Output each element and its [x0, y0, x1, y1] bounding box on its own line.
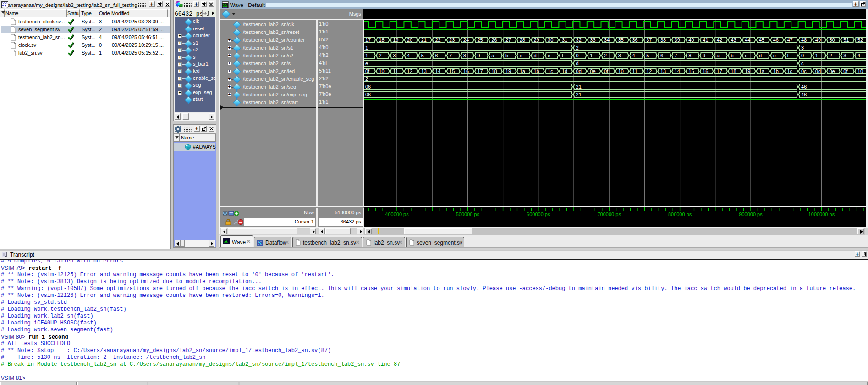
svg-text:46: 46 — [801, 92, 807, 97]
svg-text:1: 1 — [590, 53, 593, 58]
svg-text:37: 37 — [646, 37, 652, 43]
svg-text:10: 10 — [857, 68, 863, 74]
svg-text:18: 18 — [491, 68, 497, 74]
svg-text:d: d — [533, 53, 536, 58]
svg-text:14: 14 — [435, 68, 440, 74]
svg-text:46: 46 — [773, 37, 779, 43]
svg-text:1: 1 — [815, 53, 818, 58]
svg-text:25: 25 — [478, 37, 483, 43]
svg-text:51: 51 — [843, 37, 849, 43]
svg-text:9: 9 — [478, 53, 480, 58]
svg-text:22: 22 — [435, 37, 440, 43]
svg-text:0c: 0c — [801, 68, 807, 74]
svg-text:16: 16 — [703, 68, 708, 74]
svg-text:7: 7 — [449, 53, 452, 58]
svg-text:17: 17 — [717, 68, 722, 74]
svg-text:3: 3 — [393, 53, 396, 58]
svg-text:0f: 0f — [365, 68, 370, 74]
svg-text:21: 21 — [576, 84, 582, 89]
svg-text:900000 ps: 900000 ps — [739, 212, 763, 217]
svg-text:12: 12 — [646, 68, 652, 74]
svg-text:7: 7 — [675, 53, 677, 58]
svg-text:06: 06 — [365, 84, 371, 89]
svg-text:20: 20 — [407, 37, 412, 43]
svg-text:34: 34 — [604, 37, 610, 43]
svg-text:4: 4 — [632, 53, 635, 58]
svg-text:0e: 0e — [830, 68, 835, 74]
svg-text:b: b — [505, 53, 508, 58]
svg-text:d: d — [576, 61, 579, 66]
svg-text:17: 17 — [478, 68, 483, 74]
svg-text:15: 15 — [449, 68, 455, 74]
svg-text:17: 17 — [365, 37, 371, 43]
svg-text:14: 14 — [675, 68, 680, 74]
svg-text:1000000 ps: 1000000 ps — [808, 212, 835, 217]
svg-text:30: 30 — [548, 37, 553, 43]
svg-text:28: 28 — [520, 37, 525, 43]
svg-text:b: b — [731, 53, 734, 58]
svg-text:47: 47 — [787, 37, 792, 43]
svg-text:19: 19 — [393, 37, 398, 43]
svg-text:10: 10 — [379, 68, 385, 74]
svg-text:32: 32 — [576, 37, 582, 43]
svg-text:e: e — [365, 61, 368, 66]
svg-text:4: 4 — [857, 53, 860, 58]
svg-text:36: 36 — [632, 37, 638, 43]
svg-text:11: 11 — [393, 68, 398, 74]
svg-text:1a: 1a — [520, 68, 526, 74]
svg-text:0: 0 — [801, 53, 804, 58]
svg-text:a: a — [491, 53, 494, 58]
svg-text:2: 2 — [604, 53, 607, 58]
svg-text:06: 06 — [365, 92, 371, 97]
svg-text:0e: 0e — [590, 68, 595, 74]
svg-text:39: 39 — [675, 37, 680, 43]
svg-text:2: 2 — [365, 76, 368, 82]
svg-text:a: a — [717, 53, 720, 58]
svg-text:800000 ps: 800000 ps — [668, 212, 692, 217]
svg-text:5: 5 — [421, 53, 424, 58]
svg-text:9: 9 — [703, 53, 705, 58]
svg-text:44: 44 — [745, 37, 750, 43]
svg-text:5: 5 — [646, 53, 649, 58]
svg-text:45: 45 — [759, 37, 764, 43]
svg-text:23: 23 — [449, 37, 455, 43]
svg-text:15: 15 — [688, 68, 694, 74]
svg-text:19: 19 — [745, 68, 750, 74]
svg-text:e: e — [773, 53, 776, 58]
svg-text:38: 38 — [660, 37, 666, 43]
svg-text:0f: 0f — [843, 68, 848, 74]
svg-text:2: 2 — [576, 45, 579, 50]
svg-text:d: d — [759, 53, 762, 58]
svg-text:13: 13 — [421, 68, 427, 74]
svg-text:33: 33 — [590, 37, 595, 43]
svg-text:13: 13 — [660, 68, 666, 74]
svg-text:43: 43 — [731, 37, 736, 43]
svg-text:0d: 0d — [576, 68, 582, 74]
svg-text:c: c — [801, 61, 804, 66]
svg-text:1a: 1a — [759, 68, 765, 74]
svg-text:41: 41 — [703, 37, 708, 43]
svg-text:11: 11 — [632, 68, 637, 74]
svg-text:19: 19 — [505, 68, 511, 74]
svg-text:1c: 1c — [548, 68, 553, 74]
svg-text:1d: 1d — [562, 68, 567, 74]
svg-text:3: 3 — [618, 53, 621, 58]
svg-text:49: 49 — [815, 37, 821, 43]
svg-text:8: 8 — [463, 53, 466, 58]
svg-text:31: 31 — [562, 37, 567, 43]
svg-text:48: 48 — [801, 37, 807, 43]
svg-text:3: 3 — [843, 53, 846, 58]
svg-text:27: 27 — [505, 37, 511, 43]
svg-text:4: 4 — [407, 53, 410, 58]
svg-text:6: 6 — [435, 53, 438, 58]
svg-text:2: 2 — [830, 53, 832, 58]
svg-text:2: 2 — [379, 53, 382, 58]
svg-text:16: 16 — [463, 68, 469, 74]
svg-text:18: 18 — [731, 68, 736, 74]
svg-text:1b: 1b — [773, 68, 779, 74]
svg-text:400000 ps: 400000 ps — [385, 212, 409, 217]
svg-text:0f: 0f — [604, 68, 609, 74]
svg-text:1c: 1c — [787, 68, 792, 74]
svg-text:40: 40 — [688, 37, 694, 43]
svg-text:6: 6 — [660, 53, 663, 58]
